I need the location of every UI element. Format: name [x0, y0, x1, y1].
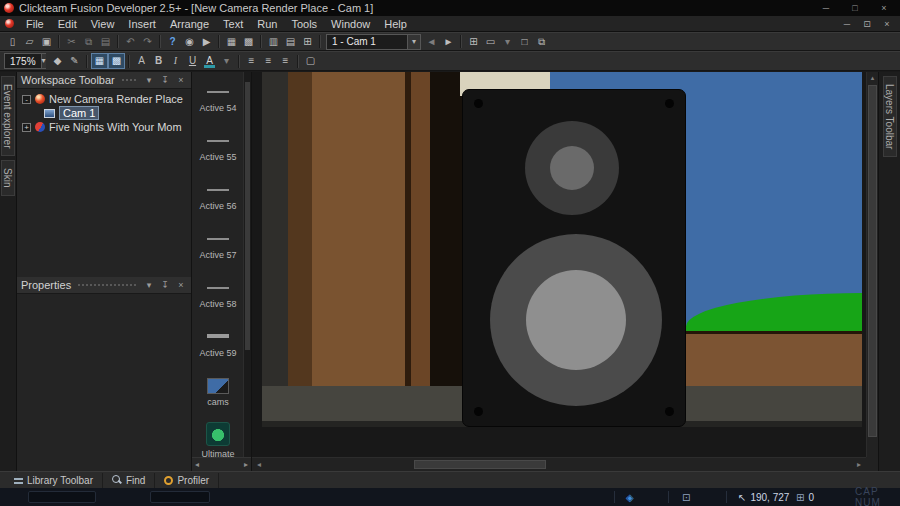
- menu-arrange[interactable]: Arrange: [163, 18, 216, 30]
- close-button[interactable]: ×: [872, 1, 896, 15]
- tab-skin[interactable]: Skin: [1, 160, 15, 195]
- list-item[interactable]: Active 58: [192, 263, 244, 312]
- italic-icon[interactable]: I: [167, 53, 184, 69]
- minimize-button[interactable]: ─: [814, 1, 838, 15]
- tree-item-label[interactable]: New Camera Render Place: [49, 93, 183, 105]
- pin-icon[interactable]: ↧: [159, 280, 171, 290]
- panel-close-icon[interactable]: ×: [175, 280, 187, 290]
- object-list-scrollbar[interactable]: [243, 72, 251, 457]
- storyboard-editor-icon[interactable]: ▦: [223, 34, 240, 50]
- tab-find[interactable]: Find: [103, 473, 155, 488]
- chevron-down-icon[interactable]: ▾: [407, 35, 420, 49]
- font-color-icon[interactable]: A: [201, 53, 218, 69]
- scroll-left-icon[interactable]: [252, 460, 266, 469]
- object-list-hscrollbar[interactable]: [192, 457, 251, 471]
- mdi-restore-button[interactable]: ⊡: [857, 19, 877, 29]
- scroll-left-icon[interactable]: [195, 460, 199, 469]
- menu-window[interactable]: Window: [324, 18, 377, 30]
- menu-view[interactable]: View: [84, 18, 122, 30]
- menu-file[interactable]: File: [19, 18, 51, 30]
- draw-tool-icon[interactable]: ✎: [66, 53, 83, 69]
- zoom-select-icon[interactable]: ▭: [482, 34, 499, 50]
- event-editor-icon[interactable]: ▥: [265, 34, 282, 50]
- scrollbar-thumb[interactable]: [868, 85, 877, 437]
- menu-run[interactable]: Run: [250, 18, 284, 30]
- grid-show-icon[interactable]: ▦: [91, 53, 108, 69]
- undo-icon[interactable]: ↶: [122, 34, 139, 50]
- panel-menu-icon[interactable]: ▾: [143, 75, 155, 85]
- panel-menu-icon[interactable]: ▾: [143, 280, 155, 290]
- help-icon[interactable]: ?: [164, 34, 181, 50]
- transparent-mode-icon[interactable]: ▢: [302, 53, 319, 69]
- scrollbar-track[interactable]: [266, 458, 852, 471]
- tab-layers-toolbar[interactable]: Layers Toolbar: [883, 76, 897, 157]
- previous-frame-icon[interactable]: ◄: [423, 34, 440, 50]
- menu-edit[interactable]: Edit: [51, 18, 84, 30]
- cut-icon[interactable]: ✂: [63, 34, 80, 50]
- copy-icon[interactable]: ⧉: [80, 34, 97, 50]
- list-item[interactable]: Active 59: [192, 312, 244, 361]
- speaker-object[interactable]: [462, 89, 686, 427]
- list-item[interactable]: Active 56: [192, 165, 244, 214]
- tree-row[interactable]: - New Camera Render Place: [17, 92, 191, 106]
- run-frame-icon[interactable]: ▶: [198, 34, 215, 50]
- expander-icon[interactable]: +: [22, 123, 31, 132]
- panel-grip[interactable]: [77, 283, 137, 288]
- new-file-icon[interactable]: ▯: [4, 34, 21, 50]
- menu-text[interactable]: Text: [216, 18, 250, 30]
- tree-item-label-selected[interactable]: Cam 1: [59, 106, 99, 120]
- list-item[interactable]: Active 55: [192, 116, 244, 165]
- tab-profiler[interactable]: Profiler: [155, 473, 219, 488]
- list-item[interactable]: cams: [192, 361, 244, 410]
- scene-view[interactable]: [262, 72, 862, 427]
- align-right-icon[interactable]: ≡: [277, 53, 294, 69]
- frame-selector[interactable]: 1 - Cam 1 ▾: [326, 34, 421, 50]
- underline-icon[interactable]: U: [184, 53, 201, 69]
- menu-tools[interactable]: Tools: [284, 18, 324, 30]
- next-frame-icon[interactable]: ►: [440, 34, 457, 50]
- grid-snap-icon[interactable]: ▩: [108, 53, 125, 69]
- redo-icon[interactable]: ↷: [139, 34, 156, 50]
- open-folder-icon[interactable]: ▱: [21, 34, 38, 50]
- scroll-right-icon[interactable]: [852, 460, 866, 469]
- tree-row[interactable]: + Five Nights With Your Mom: [17, 120, 191, 134]
- frame-editor-icon[interactable]: ▩: [240, 34, 257, 50]
- save-icon[interactable]: ▣: [38, 34, 55, 50]
- menu-help[interactable]: Help: [377, 18, 414, 30]
- tree-item-label[interactable]: Five Nights With Your Mom: [49, 121, 182, 133]
- expander-icon[interactable]: -: [22, 95, 31, 104]
- object-tool-icon[interactable]: ◆: [49, 53, 66, 69]
- canvas-vertical-scrollbar[interactable]: [866, 72, 878, 457]
- event-list-editor-icon[interactable]: ▤: [282, 34, 299, 50]
- align-left-icon[interactable]: ≡: [243, 53, 260, 69]
- scrollbar-thumb[interactable]: [245, 82, 250, 350]
- data-elements-icon[interactable]: ⊞: [299, 34, 316, 50]
- list-item[interactable]: Active 57: [192, 214, 244, 263]
- font-color-menu-icon[interactable]: ▾: [218, 53, 235, 69]
- tree-row[interactable]: Cam 1: [17, 106, 191, 120]
- mdi-minimize-button[interactable]: ─: [837, 19, 857, 29]
- bold-icon[interactable]: B: [150, 53, 167, 69]
- tab-library-toolbar[interactable]: Library Toolbar: [5, 473, 103, 488]
- frame-editor-canvas[interactable]: [252, 72, 878, 471]
- pin-icon[interactable]: ↧: [159, 75, 171, 85]
- font-icon[interactable]: A: [133, 53, 150, 69]
- align-center-icon[interactable]: ≡: [260, 53, 277, 69]
- scrollbar-thumb[interactable]: [414, 460, 546, 469]
- zoom-menu-icon[interactable]: ▾: [499, 34, 516, 50]
- panel-close-icon[interactable]: ×: [175, 75, 187, 85]
- mdi-close-button[interactable]: ×: [877, 19, 897, 29]
- tab-event-explorer[interactable]: Event explorer: [1, 76, 15, 156]
- list-item[interactable]: Active 54: [192, 72, 244, 116]
- run-application-icon[interactable]: ◉: [181, 34, 198, 50]
- frame-area-icon[interactable]: □: [516, 34, 533, 50]
- maximize-button[interactable]: □: [843, 1, 867, 15]
- canvas-horizontal-scrollbar[interactable]: [252, 457, 866, 471]
- grid-options-icon[interactable]: ⊞: [465, 34, 482, 50]
- panel-grip[interactable]: [121, 78, 137, 83]
- scroll-right-icon[interactable]: [244, 460, 248, 469]
- scroll-up-icon[interactable]: [867, 72, 878, 84]
- chevron-down-icon[interactable]: ▾: [41, 54, 46, 68]
- menu-insert[interactable]: Insert: [121, 18, 163, 30]
- zoom-selector[interactable]: 175% ▾: [4, 53, 46, 69]
